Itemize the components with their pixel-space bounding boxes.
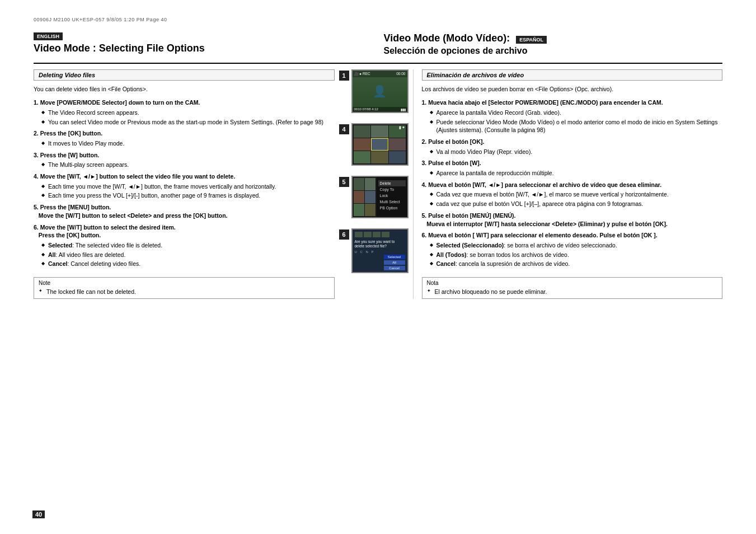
header-row: ENGLISH Video Mode : Selecting File Opti…	[34, 32, 722, 58]
left-note-label: Note	[39, 280, 330, 286]
menu-item-lock: Lock	[378, 193, 406, 199]
screen-6-mockup: Are you sure you want todelete selected …	[351, 228, 408, 273]
right-step-6-header: 6. Mueva el botón [ W/T] para selecciona…	[422, 232, 658, 238]
left-text-column: Deleting Video files You can delete vide…	[34, 69, 335, 299]
screen-6-question: Are you sure you want todelete selected …	[355, 240, 405, 249]
right-text-column: Eliminación de archivos de vídeo Los arc…	[413, 69, 723, 299]
right-step-5: 5. Pulse el botón [MENÚ] (MENÚ). Mueva e…	[422, 212, 723, 228]
screen-1-timer: 00:00	[396, 72, 405, 76]
right-step-1-bullet-2: Puede seleccionar Video Mode (Modo Vídeo…	[430, 118, 723, 134]
right-step-3: 3. Pulse el botón [W]. Aparece la pantal…	[422, 159, 723, 177]
screen-1-mockup: 🎥 ● REC 00:00 👤 0010 07/08 4:12 ▮▮▮	[351, 69, 408, 113]
left-step-3-bullets: The Multi-play screen appears.	[34, 161, 335, 169]
screen-4-mockup: ▮ ✦	[351, 123, 408, 166]
right-step-6: 6. Mueva el botón [ W/T] para selecciona…	[422, 231, 723, 268]
right-step-2-bullet-1: Va al modo Video Play (Repr. vídeo).	[430, 148, 723, 156]
screen-6-row: 6 Are you sure you want todelete selecte…	[339, 228, 408, 273]
right-step-6-bullets: Selected (Seleccionado): se borra el arc…	[422, 241, 723, 268]
screen-4-grid	[353, 124, 407, 165]
left-step-6: 6. Move the [W/T] button to select the d…	[34, 223, 335, 268]
right-note-bullet-1: El archivo bloqueado no se puede elimina…	[427, 288, 718, 296]
menu-item-multi: Multi Select	[378, 199, 406, 205]
right-step-1-header: 1. Mueva hacia abajo el [Selector POWER/…	[422, 99, 663, 106]
section-divider	[34, 63, 722, 64]
right-main-title-line1: Video Mode (Modo Vídeo):	[384, 32, 510, 44]
left-step-1: 1. Move [POWER/MODE Selector] down to tu…	[34, 99, 335, 126]
right-note-label: Nota	[427, 280, 718, 286]
left-intro: You can delete video files in <File Opti…	[34, 85, 335, 93]
left-step-2: 2. Press the [OK] button. It moves to Vi…	[34, 129, 335, 147]
right-steps-list: 1. Mueva hacia abajo el [Selector POWER/…	[422, 99, 723, 268]
screen-1-row: 1 🎥 ● REC 00:00 👤 0010 07/08 4:12 ▮▮▮	[339, 69, 408, 113]
right-intro: Los archivos de vídeo se pueden borrar e…	[422, 85, 723, 93]
left-step-1-bullets: The Video Record screen appears. You can…	[34, 109, 335, 126]
screen-4-top-icons: ▮ ✦	[399, 125, 406, 130]
photo-cell-1	[354, 125, 371, 138]
left-step-6-bullet-2: All: All video files are deleted.	[41, 251, 335, 259]
page-number: 40	[32, 510, 45, 518]
screen-6-labels: U C N P	[355, 250, 405, 254]
right-step-4-header: 4. Mueva el botón [W/T, ◄/►] para selecc…	[422, 181, 662, 188]
right-step-5-header: 5. Pulse el botón [MENÚ] (MENÚ). Mueva e…	[422, 212, 668, 227]
left-main-title: Video Mode : Selecting File Options	[34, 43, 373, 55]
screen-1-rec-icon: 🎥 ● REC	[354, 72, 370, 76]
right-step-6-bullet-1: Selected (Seleccionado): se borra el arc…	[430, 241, 723, 250]
right-step-1-bullets: Aparece la pantalla Video Record (Grab. …	[422, 109, 723, 134]
left-step-5: 5. Press the [MENU] button. Move the [W/…	[34, 203, 335, 219]
left-step-2-bullet-1: It moves to Video Play mode.	[41, 139, 335, 148]
right-main-title-line2: Selección de opciones de archivo	[384, 46, 528, 55]
screen-4-badge: 4	[339, 124, 349, 134]
right-step-1-bullet-1: Aparece la pantalla Video Record (Grab. …	[430, 109, 723, 117]
english-badge: ENGLISH	[34, 32, 63, 40]
photo-cell-7	[354, 151, 371, 163]
right-step-3-header: 3. Pulse el botón [W].	[422, 160, 481, 166]
left-subtitle: Deleting Video files	[34, 69, 335, 81]
s5-cell-3	[354, 191, 364, 203]
screen-1-center: 👤	[353, 77, 407, 105]
photo-cell-4	[354, 138, 371, 151]
right-note-content: El archivo bloqueado no se puede elimina…	[427, 288, 718, 296]
screen-6-badge: 6	[339, 229, 349, 240]
screen-6-buttons: Selected All Cancel	[355, 255, 405, 270]
print-metadata: 00906J M2100 UK+ESP-057 9/8/05 1:20 PM P…	[34, 17, 722, 22]
left-note-box: Note The locked file can not be deleted.	[34, 277, 335, 299]
left-step-4-bullets: Each time you move the [W/T, ◄/►] button…	[34, 182, 335, 200]
left-step-4-header: 4. Move the [W/T, ◄/►] button to select …	[34, 173, 235, 180]
right-note-box: Nota El archivo bloqueado no se puede el…	[422, 277, 723, 299]
left-step-4-bullet-2: Each time you press the VOL [+]/[-] butt…	[41, 191, 335, 200]
screen-5-photos	[353, 177, 377, 217]
left-step-3-bullet-1: The Multi-play screen appears.	[41, 161, 335, 169]
s5-cell-4	[365, 191, 375, 203]
left-step-2-bullets: It moves to Video Play mode.	[34, 139, 335, 148]
s5-cell-1	[354, 178, 364, 190]
screen-1-person-icon: 👤	[373, 85, 387, 98]
right-step-6-bullet-2: All (Todos): se borran todos los archivo…	[430, 251, 723, 259]
screen-5-mockup: Delete Copy To Lock Multi Select PB Opti…	[351, 176, 408, 218]
s5-cell-6	[365, 204, 375, 216]
photo-cell-8	[371, 151, 388, 163]
screen-1-battery: ▮▮▮	[401, 107, 406, 111]
left-step-6-header: 6. Move the [W/T] button to select the d…	[34, 224, 176, 239]
menu-item-pb: PB Option	[378, 205, 406, 211]
screen-1-bottom-bar: 0010 07/08 4:12 ▮▮▮	[353, 107, 407, 112]
left-step-5-header: 5. Press the [MENU] button. Move the [W/…	[34, 204, 228, 219]
right-step-2: 2. Pulse el botón [OK]. Va al modo Video…	[422, 138, 723, 156]
left-note-bullet-1: The locked file can not be deleted.	[39, 288, 330, 296]
right-step-3-bullets: Aparece la pantalla de reproducción múlt…	[422, 169, 723, 177]
right-step-4-bullet-1: Cada vez que mueva el botón [W/T, ◄/►], …	[430, 190, 723, 199]
s6-mini-4	[382, 232, 389, 237]
s5-cell-5	[354, 204, 364, 216]
screen-1-date: 0010 07/08 4:12	[354, 107, 378, 111]
español-badge: ESPAÑOL	[516, 36, 547, 44]
photo-cell-6	[389, 138, 406, 151]
right-step-4-bullet-2: cada vez que pulse el botón VOL [+]/[–],…	[430, 200, 723, 208]
s6-btn-all: All	[384, 260, 405, 265]
s6-btn-cancel: Cancel	[384, 266, 405, 270]
screen-5-badge: 5	[339, 177, 349, 187]
left-step-1-bullet-1: The Video Record screen appears.	[41, 109, 335, 117]
left-note-content: The locked file can not be deleted.	[39, 288, 330, 296]
left-header: ENGLISH Video Mode : Selecting File Opti…	[34, 32, 373, 58]
right-title-row: Video Mode (Modo Vídeo): ESPAÑOL Selecci…	[384, 32, 723, 56]
left-step-3-header: 3. Press the [W] button.	[34, 152, 99, 158]
center-images-column: 1 🎥 ● REC 00:00 👤 0010 07/08 4:12 ▮▮▮	[335, 69, 413, 299]
